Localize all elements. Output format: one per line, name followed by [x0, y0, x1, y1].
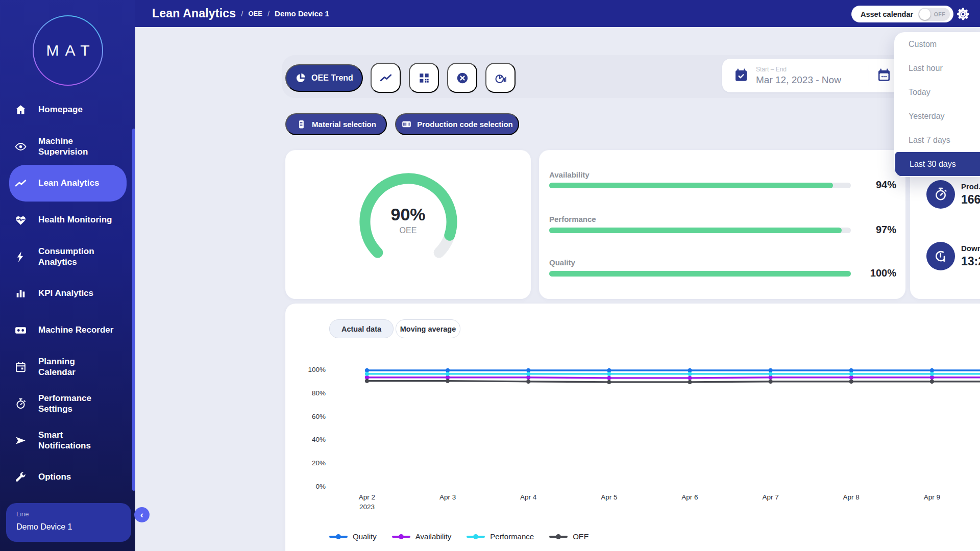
- dropdown-item-today[interactable]: Today: [894, 80, 980, 104]
- chevron-left-icon: ‹: [140, 509, 143, 520]
- kpi-bar-label: Quality: [549, 258, 575, 267]
- pie-bars-view-button[interactable]: [485, 63, 516, 93]
- x-axis-label: Apr 7: [743, 493, 799, 503]
- x-axis-label: Apr 4: [500, 493, 556, 503]
- data-point-availability: [930, 375, 934, 380]
- trend-chart-card: Actual data Moving average 100%80%60%40%…: [285, 304, 980, 551]
- barcode-icon: [401, 119, 412, 130]
- chart-legend: QualityAvailabilityPerformanceOEE: [329, 532, 589, 541]
- stopwatch-icon: [14, 397, 27, 410]
- grid-view-button[interactable]: [409, 63, 439, 93]
- data-point-oee: [849, 380, 853, 384]
- sidebar-item-options[interactable]: Options: [9, 459, 127, 495]
- legend-label: OEE: [573, 532, 589, 541]
- breadcrumb-separator: /: [267, 9, 270, 18]
- data-point-quality: [365, 368, 369, 372]
- x-axis-label: Apr 6: [662, 493, 718, 503]
- sidebar-item-label: Machine Supervision: [38, 136, 88, 158]
- sidebar-item-label: Consumption Analytics: [38, 246, 94, 268]
- data-point-quality: [607, 368, 611, 372]
- x-axis-label: Apr 8: [823, 493, 879, 503]
- sidebar-item-performance-settings[interactable]: Performance Settings: [9, 385, 127, 422]
- kpi-bar-track: [549, 271, 851, 277]
- oee-gauge-label: OEE: [285, 226, 531, 235]
- data-point-performance: [446, 372, 450, 376]
- oee-gauge-card: 90% OEE: [285, 150, 531, 299]
- material-icon: [296, 119, 307, 130]
- sidebar-item-machine-recorder[interactable]: Machine Recorder: [9, 312, 127, 348]
- oee-trend-button[interactable]: OEE Trend: [285, 64, 363, 92]
- sidebar: MAT HomepageMachine SupervisionLean Anal…: [0, 0, 135, 551]
- x-axis-label: Apr 2 2023: [339, 493, 395, 512]
- dropdown-item-last-hour[interactable]: Last hour: [894, 56, 980, 80]
- sidebar-item-label: Homepage: [38, 104, 83, 115]
- gear-icon[interactable]: [955, 7, 971, 22]
- kpi-bar-fill: [549, 183, 833, 188]
- legend-item-performance[interactable]: Performance: [467, 532, 534, 541]
- logo-text: MAT: [40, 42, 95, 59]
- sidebar-item-health-monitoring[interactable]: Health Monitoring: [9, 202, 127, 238]
- date-range-value: Mar 12, 2023 - Now: [756, 74, 841, 86]
- data-point-performance: [526, 372, 530, 376]
- data-point-availability: [365, 375, 369, 380]
- legend-item-oee[interactable]: OEE: [549, 532, 589, 541]
- x-axis-label: Apr 3: [420, 493, 476, 503]
- legend-item-availability[interactable]: Availability: [392, 532, 452, 541]
- legend-marker: [329, 536, 348, 538]
- calendar-dots-icon[interactable]: [876, 68, 892, 83]
- asset-calendar-toggle[interactable]: OFF: [918, 8, 950, 21]
- data-point-quality: [446, 368, 450, 372]
- sidebar-scrollbar[interactable]: [132, 129, 135, 491]
- data-point-availability: [849, 375, 853, 380]
- sidebar-item-consumption-analytics[interactable]: Consumption Analytics: [9, 238, 127, 275]
- toggle-state-label: OFF: [934, 11, 946, 17]
- material-selection-button[interactable]: Material selection: [285, 113, 387, 135]
- time-stat-label: Prod. time: [961, 182, 980, 191]
- legend-item-quality[interactable]: Quality: [329, 532, 377, 541]
- page-title: Lean Analytics: [152, 7, 236, 20]
- calendar-check-icon: [733, 68, 749, 83]
- sidebar-item-label: KPI Analytics: [38, 288, 93, 298]
- x-axis-label: Apr 9: [904, 493, 960, 503]
- sidebar-item-planning-calendar[interactable]: Planning Calendar: [9, 348, 127, 385]
- breadcrumb-device[interactable]: Demo Device 1: [275, 9, 329, 18]
- time-stat-label: Downtime: [961, 244, 980, 253]
- data-point-quality: [849, 368, 853, 372]
- dropdown-item-last-7-days[interactable]: Last 7 days: [894, 128, 980, 152]
- view-buttons: [371, 63, 516, 93]
- line-chart-view-button[interactable]: [371, 63, 401, 93]
- sidebar-item-smart-notifications[interactable]: Smart Notifications: [9, 422, 127, 459]
- line-chart-icon: [379, 71, 393, 85]
- x-circle-view-button[interactable]: [447, 63, 477, 93]
- legend-label: Availability: [415, 532, 452, 541]
- home-icon: [14, 104, 27, 116]
- dropdown-item-custom[interactable]: Custom: [894, 32, 980, 56]
- y-axis-tick: 80%: [290, 389, 326, 397]
- legend-marker: [549, 536, 568, 538]
- sidebar-item-label: Lean Analytics: [38, 178, 99, 188]
- series-line-availability: [367, 378, 980, 378]
- data-point-oee: [607, 380, 611, 384]
- calendar-icon: [14, 361, 27, 373]
- sidebar-item-homepage[interactable]: Homepage: [9, 91, 127, 128]
- sidebar-collapse-button[interactable]: ‹: [134, 507, 150, 522]
- pie-bars-icon: [494, 71, 507, 85]
- device-card: Line Demo Device 1: [6, 503, 131, 542]
- sidebar-item-machine-supervision[interactable]: Machine Supervision: [9, 128, 127, 165]
- sidebar-item-label: Smart Notifications: [38, 430, 91, 452]
- legend-label: Performance: [490, 532, 534, 541]
- kpi-bar-value: 94%: [850, 179, 896, 191]
- grid-icon: [418, 71, 431, 85]
- sidebar-item-kpi-analytics[interactable]: KPI Analytics: [9, 275, 127, 312]
- tab-moving-average[interactable]: Moving average: [396, 319, 460, 338]
- production-code-selection-button[interactable]: Production code selection: [395, 113, 519, 135]
- data-point-oee: [526, 380, 530, 384]
- dropdown-item-yesterday[interactable]: Yesterday: [894, 104, 980, 128]
- kpi-bar-value: 97%: [850, 224, 896, 236]
- breadcrumb-oee[interactable]: OEE: [248, 10, 262, 17]
- pie-chart-icon: [295, 72, 306, 84]
- dropdown-item-last-30-days[interactable]: Last 30 days: [895, 152, 980, 176]
- sidebar-item-lean-analytics[interactable]: Lean Analytics: [9, 165, 127, 202]
- header: Lean Analytics / OEE / Demo Device 1: [0, 0, 980, 27]
- tab-actual-data[interactable]: Actual data: [329, 319, 394, 338]
